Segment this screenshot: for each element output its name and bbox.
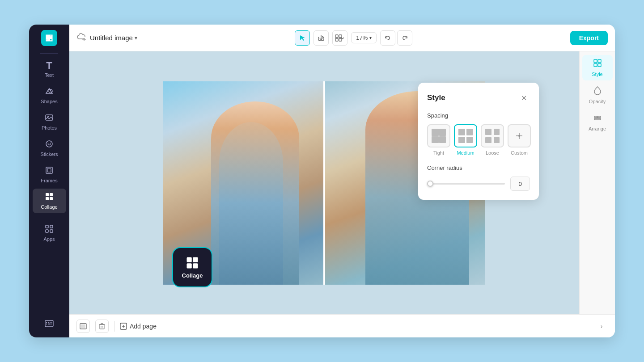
undo-btn[interactable] [380,30,395,46]
svg-point-5 [46,141,52,147]
page-bar: Add page › [69,314,615,337]
right-style-icon [593,59,602,70]
sidebar-item-label: Photos [42,125,57,130]
apps-icon [45,224,54,235]
page-thumbnail-btn[interactable] [76,320,90,333]
select-tool-btn[interactable] [295,30,310,46]
svg-rect-22 [51,322,52,323]
shapes-icon [45,87,54,97]
style-panel-close-btn[interactable]: ✕ [517,92,530,104]
svg-rect-46 [100,324,104,329]
header-tools: 17% ▾ [141,30,567,46]
right-panel-arrange[interactable]: Arrange [582,109,613,135]
title-chevron-icon: ▾ [135,35,137,41]
svg-rect-15 [50,225,53,228]
slider-thumb[interactable] [427,181,433,187]
add-page-btn[interactable]: Add page [120,323,157,330]
style-panel: Style ✕ Spacing Tight [418,83,539,200]
sidebar-item-shapes[interactable]: Shapes [33,83,66,108]
spacing-medium-label: Medium [457,150,474,156]
canvas-area[interactable]: Collage Style ✕ Spacing [69,51,579,314]
svg-rect-12 [46,197,49,200]
sidebar-item-label: Collage [41,204,57,210]
svg-point-36 [518,135,520,137]
right-arrange-label: Arrange [589,126,606,131]
svg-rect-23 [46,324,47,324]
svg-rect-32 [187,263,192,268]
zoom-control[interactable]: 17% ▾ [351,32,377,43]
svg-rect-33 [193,263,198,268]
add-page-label: Add page [130,323,157,330]
spacing-loose-option[interactable]: Loose [481,124,504,156]
svg-rect-11 [50,193,53,196]
spacing-tight-label: Tight [433,150,444,156]
right-panel-style[interactable]: Style [582,55,613,80]
corner-radius-slider[interactable] [427,183,505,185]
spacing-tight-option[interactable]: Tight [427,124,450,156]
layout-tool-btn[interactable] [332,30,347,46]
header: Untitled image ▾ [69,25,615,51]
svg-rect-28 [335,38,338,41]
right-panel-opacity[interactable]: Opacity [582,82,613,108]
page-bar-separator [114,321,114,332]
collage-badge-label: Collage [182,272,203,279]
svg-rect-25 [51,324,52,324]
corner-radius-label: Corner radius [427,164,530,171]
document-title[interactable]: Untitled image ▾ [90,34,137,42]
sidebar: T Text Shapes Photos [29,25,69,337]
svg-rect-45 [81,324,85,328]
svg-rect-21 [50,322,51,323]
sidebar-item-keyboard[interactable] [33,316,66,332]
main-area: Untitled image ▾ [69,25,615,337]
export-button[interactable]: Export [570,31,608,45]
spacing-custom-label: Custom [511,150,528,156]
sidebar-divider-mid [40,217,58,217]
svg-rect-16 [46,230,48,232]
svg-rect-37 [594,59,597,63]
page-nav-right-btn[interactable]: › [595,320,608,333]
frames-icon [45,166,54,176]
svg-rect-43 [594,118,601,120]
svg-rect-10 [46,193,49,196]
svg-rect-40 [598,63,601,67]
right-style-label: Style [592,72,602,77]
right-opacity-icon [593,86,602,97]
svg-rect-19 [46,322,47,323]
right-opacity-label: Opacity [589,99,606,104]
sidebar-item-stickers[interactable]: Stickers [33,136,66,160]
page-delete-btn[interactable] [95,320,109,333]
right-arrange-icon [593,113,602,124]
sidebar-item-text[interactable]: T Text [33,57,66,81]
sidebar-item-photos[interactable]: Photos [33,109,66,134]
sidebar-divider-top [40,53,58,54]
spacing-loose-label: Loose [486,150,499,156]
svg-rect-39 [594,63,597,67]
sidebar-item-label: Apps [43,236,55,242]
zoom-value: 17% [356,34,368,41]
sidebar-item-label: Stickers [40,152,58,157]
svg-rect-14 [46,225,48,228]
sidebar-item-label: Text [45,72,54,78]
app-logo[interactable] [41,30,57,46]
svg-rect-8 [46,167,52,173]
cloud-save-icon[interactable] [76,33,86,43]
pan-tool-btn[interactable] [314,30,329,46]
svg-rect-24 [48,324,51,324]
corner-radius-value[interactable]: 0 [510,177,530,191]
style-panel-header: Style ✕ [427,92,530,104]
add-page-icon [120,323,127,330]
sidebar-item-collage[interactable]: Collage [33,189,66,213]
svg-rect-26 [335,35,338,38]
svg-point-6 [48,143,49,144]
svg-rect-30 [187,257,192,262]
undo-redo-group [380,30,412,46]
spacing-medium-option[interactable]: Medium [454,124,477,156]
svg-rect-31 [193,257,198,262]
right-panel: Style Opacity [579,51,615,314]
svg-rect-17 [50,230,53,232]
redo-btn[interactable] [397,30,412,46]
sidebar-item-apps[interactable]: Apps [33,221,66,245]
spacing-custom-option[interactable]: Custom [508,124,531,156]
svg-rect-9 [47,168,51,172]
sidebar-item-frames[interactable]: Frames [33,162,66,187]
